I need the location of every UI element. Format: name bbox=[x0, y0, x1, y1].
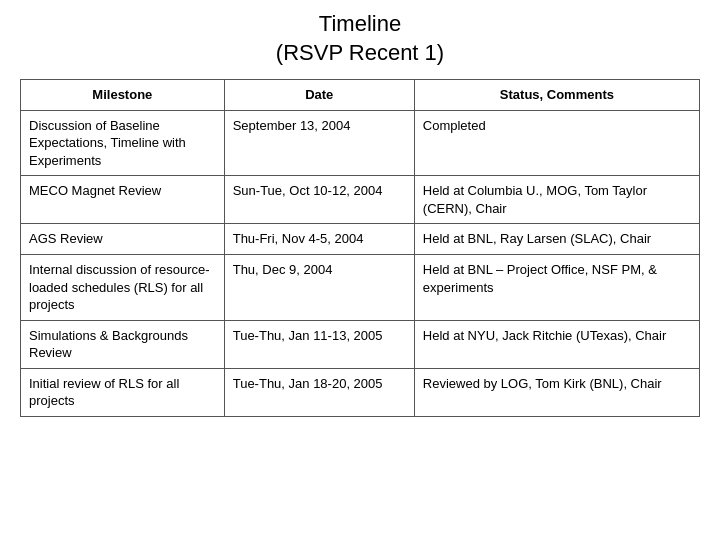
header-milestone: Milestone bbox=[21, 80, 225, 111]
cell-date: Tue-Thu, Jan 11-13, 2005 bbox=[224, 320, 414, 368]
cell-milestone: Simulations & Backgrounds Review bbox=[21, 320, 225, 368]
cell-date: September 13, 2004 bbox=[224, 110, 414, 176]
cell-milestone: Discussion of Baseline Expectations, Tim… bbox=[21, 110, 225, 176]
cell-date: Thu-Fri, Nov 4-5, 2004 bbox=[224, 224, 414, 255]
cell-milestone: Internal discussion of resource-loaded s… bbox=[21, 255, 225, 321]
cell-milestone: MECO Magnet Review bbox=[21, 176, 225, 224]
cell-status: Held at BNL, Ray Larsen (SLAC), Chair bbox=[414, 224, 699, 255]
table-row: AGS ReviewThu-Fri, Nov 4-5, 2004Held at … bbox=[21, 224, 700, 255]
cell-milestone: AGS Review bbox=[21, 224, 225, 255]
table-row: MECO Magnet ReviewSun-Tue, Oct 10-12, 20… bbox=[21, 176, 700, 224]
timeline-table: Milestone Date Status, Comments Discussi… bbox=[20, 79, 700, 417]
cell-status: Completed bbox=[414, 110, 699, 176]
table-row: Discussion of Baseline Expectations, Tim… bbox=[21, 110, 700, 176]
cell-date: Sun-Tue, Oct 10-12, 2004 bbox=[224, 176, 414, 224]
cell-status: Held at Columbia U., MOG, Tom Taylor (CE… bbox=[414, 176, 699, 224]
header-date: Date bbox=[224, 80, 414, 111]
table-row: Internal discussion of resource-loaded s… bbox=[21, 255, 700, 321]
cell-status: Reviewed by LOG, Tom Kirk (BNL), Chair bbox=[414, 368, 699, 416]
cell-milestone: Initial review of RLS for all projects bbox=[21, 368, 225, 416]
cell-status: Held at BNL – Project Office, NSF PM, & … bbox=[414, 255, 699, 321]
table-header-row: Milestone Date Status, Comments bbox=[21, 80, 700, 111]
cell-status: Held at NYU, Jack Ritchie (UTexas), Chai… bbox=[414, 320, 699, 368]
table-row: Initial review of RLS for all projectsTu… bbox=[21, 368, 700, 416]
page-title: Timeline (RSVP Recent 1) bbox=[276, 10, 444, 67]
cell-date: Thu, Dec 9, 2004 bbox=[224, 255, 414, 321]
header-status: Status, Comments bbox=[414, 80, 699, 111]
table-row: Simulations & Backgrounds ReviewTue-Thu,… bbox=[21, 320, 700, 368]
cell-date: Tue-Thu, Jan 18-20, 2005 bbox=[224, 368, 414, 416]
